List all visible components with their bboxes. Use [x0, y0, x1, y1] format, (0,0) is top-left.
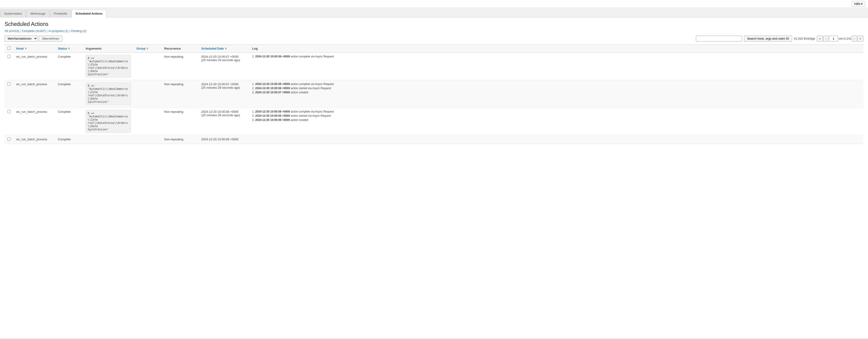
prev-page-button[interactable]: ‹: [823, 36, 829, 41]
log-entry: 1. 2024-12-20 10:00:08 +0000 action comp…: [252, 55, 861, 58]
row-status: Complete: [55, 53, 83, 80]
row-checkbox-cell: [5, 108, 13, 135]
table-row: wc_run_batch_processComplete0 => 'Automa…: [5, 53, 863, 80]
row-group: [134, 80, 161, 108]
entry-count: 41.410 Einträge: [794, 37, 815, 40]
of-text: von: [839, 37, 843, 40]
row-arguments: 0 => 'Automattic\\WooCommerce\\Inte rnal…: [83, 53, 134, 80]
row-checkbox[interactable]: [7, 82, 11, 86]
table-row: wc_run_batch_processComplete0 => 'Automa…: [5, 108, 863, 135]
row-group: [134, 135, 161, 144]
row-hook: wc_run_batch_process: [13, 108, 55, 135]
row-checkbox[interactable]: [7, 110, 11, 113]
row-checkbox-cell: [5, 80, 13, 108]
row-log: 1. 2024-12-20 10:00:08 +0000 action comp…: [249, 108, 863, 135]
select-all-checkbox[interactable]: [7, 47, 11, 50]
col-check-header: [5, 45, 13, 53]
actions-table: Hook ⇅ Status ⇅ Arguments Group: [5, 45, 863, 144]
row-group: [134, 53, 161, 80]
log-entry: 1. 2024-12-20 10:00:08 +0000 action comp…: [252, 82, 861, 86]
row-hook: wc_run_batch_process: [13, 135, 55, 144]
col-recurrence-header: Recurrence: [161, 45, 198, 53]
top-bar: Hilfe ▾: [0, 0, 868, 8]
next-page-button[interactable]: ›: [852, 36, 857, 41]
sort-group-icon: ⇅: [147, 47, 148, 50]
filter-complete[interactable]: Complete (41407): [22, 29, 46, 33]
row-scheduled-date: 2024-12-20 10:00:07 +0000 (25 minutes 29…: [198, 53, 249, 80]
total-pages: 4.141: [844, 37, 851, 40]
pagination: « ‹ von 4.141 › »: [817, 36, 863, 41]
table-row: wc_run_batch_processCompleteNon-repeatin…: [5, 135, 863, 144]
bulk-action-select[interactable]: Mehrfachaktionen: [5, 35, 37, 42]
table-header-row: Hook ⇅ Status ⇅ Arguments Group: [5, 45, 863, 53]
row-checkbox-cell: [5, 53, 13, 80]
filter-in-progress[interactable]: In-progress (1): [49, 29, 68, 33]
row-checkbox[interactable]: [7, 138, 11, 141]
filter-all[interactable]: All (41410): [5, 29, 19, 33]
row-status: Complete: [55, 80, 83, 108]
row-log: [249, 135, 863, 144]
filter-bar: All (41410) | Complete (41407) | In-prog…: [5, 29, 863, 33]
row-hook: wc_run_batch_process: [13, 80, 55, 108]
arguments-code: 0 => 'Automattic\\WooCommerce\\Inte rnal…: [86, 82, 131, 105]
col-status-header: Status ⇅: [55, 45, 83, 53]
sort-scheduled-link[interactable]: Scheduled Date ⇅: [201, 47, 247, 50]
row-arguments: 0 => 'Automattic\\WooCommerce\\Inte rnal…: [83, 108, 134, 135]
col-group-header: Group ⇅: [134, 45, 161, 53]
toolbar: Mehrfachaktionen Übernehmen Search hook,…: [5, 35, 863, 42]
col-hook-header: Hook ⇅: [13, 45, 55, 53]
log-entry: 2. 2024-12-20 10:00:08 +0000 action star…: [252, 114, 861, 117]
row-arguments: 0 => 'Automattic\\WooCommerce\\Inte rnal…: [83, 80, 134, 108]
page-title: Scheduled Actions: [5, 21, 863, 27]
help-button[interactable]: Hilfe ▾: [851, 1, 865, 7]
col-arguments-header: Arguments: [83, 45, 134, 53]
filter-pending[interactable]: Pending (2): [71, 29, 86, 33]
last-page-button[interactable]: »: [858, 36, 863, 41]
row-scheduled-date: 2024-12-20 10:00:07 +0000 (25 minutes 29…: [198, 80, 249, 108]
row-checkbox-cell: [5, 135, 13, 144]
apply-button[interactable]: Übernehmen: [39, 36, 62, 41]
log-entry: 3. 2024-12-20 10:00:07 +0000 action crea…: [252, 91, 861, 94]
sort-hook-icon: ⇅: [25, 47, 27, 50]
search-input[interactable]: [696, 36, 742, 41]
sort-hook-link[interactable]: Hook ⇅: [16, 47, 52, 50]
table-row: wc_run_batch_processComplete0 => 'Automa…: [5, 80, 863, 108]
nav-tabs: Systemstatus Werkzeuge Protokolle Schedu…: [0, 8, 868, 17]
row-scheduled-date: 2024-12-20 10:00:08 +0000 (25 minutes 28…: [198, 108, 249, 135]
row-log: 1. 2024-12-20 10:00:08 +0000 action comp…: [249, 80, 863, 108]
sort-status-icon: ⇅: [68, 47, 70, 50]
tab-werkzeuge[interactable]: Werkzeuge: [26, 10, 50, 17]
row-hook: wc_run_batch_process: [13, 53, 55, 80]
row-recurrence: Non-repeating: [161, 80, 198, 108]
row-log: 1. 2024-12-20 10:00:08 +0000 action comp…: [249, 53, 863, 80]
row-scheduled-date: 2024-12-20 10:00:08 +0000: [198, 135, 249, 144]
col-scheduled-header: Scheduled Date ⇅: [198, 45, 249, 53]
row-recurrence: Non-repeating: [161, 53, 198, 80]
log-entry: 1. 2024-12-20 10:00:08 +0000 action comp…: [252, 110, 861, 113]
log-entry: 2. 2024-12-20 10:00:08 +0000 action star…: [252, 87, 861, 90]
row-group: [134, 108, 161, 135]
arguments-code: 0 => 'Automattic\\WooCommerce\\Inte rnal…: [86, 110, 131, 133]
row-arguments: [83, 135, 134, 144]
row-status: Complete: [55, 135, 83, 144]
tab-scheduled-actions[interactable]: Scheduled Actions: [71, 10, 106, 17]
main-content: Scheduled Actions All (41410) | Complete…: [0, 17, 868, 338]
tab-systemstatus[interactable]: Systemstatus: [0, 10, 26, 17]
sort-status-link[interactable]: Status ⇅: [58, 47, 80, 50]
col-log-header: Log: [249, 45, 863, 53]
sort-scheduled-icon: ⇅: [225, 47, 227, 50]
page-number-input[interactable]: [829, 36, 838, 41]
sort-group-link[interactable]: Group ⇅: [136, 47, 159, 50]
row-checkbox[interactable]: [7, 55, 11, 58]
toolbar-right: Search hook, args and claim ID 41.410 Ei…: [696, 36, 863, 41]
row-status: Complete: [55, 108, 83, 135]
tab-protokolle[interactable]: Protokolle: [50, 10, 71, 17]
arguments-code: 0 => 'Automattic\\WooCommerce\\Inte rnal…: [86, 55, 131, 78]
search-button[interactable]: Search hook, args and claim ID: [744, 36, 792, 41]
log-entry: 3. 2024-12-20 10:00:08 +0000 action crea…: [252, 118, 861, 121]
first-page-button[interactable]: «: [817, 36, 823, 41]
row-recurrence: Non-repeating: [161, 108, 198, 135]
toolbar-left: Mehrfachaktionen Übernehmen: [5, 35, 62, 42]
row-recurrence: Non-repeating: [161, 135, 198, 144]
